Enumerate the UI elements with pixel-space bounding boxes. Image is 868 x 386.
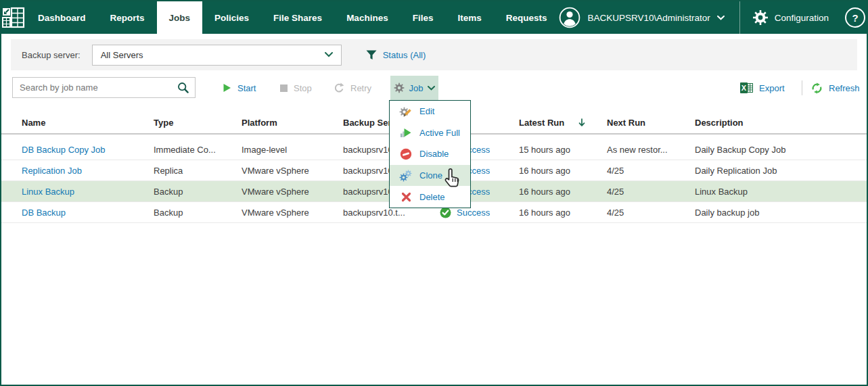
refresh-button[interactable]: Refresh xyxy=(811,76,860,100)
job-description: Daily Backup Copy Job xyxy=(695,145,867,155)
disable-icon xyxy=(399,148,413,160)
play-icon xyxy=(223,83,231,93)
tab-jobs[interactable]: Jobs xyxy=(157,1,203,34)
job-type: Backup xyxy=(154,208,242,218)
menu-item-edit[interactable]: Edit xyxy=(390,101,470,122)
export-label: Export xyxy=(759,83,785,93)
status-filter-link[interactable]: Status (All) xyxy=(366,50,426,60)
column-header-name[interactable]: Name xyxy=(22,118,154,128)
gear-icon xyxy=(752,9,769,26)
funnel-icon xyxy=(366,50,377,60)
backup-server-label: Backup server: xyxy=(22,50,81,60)
job-type: Immediate Co... xyxy=(154,145,242,155)
svg-text:X: X xyxy=(741,84,747,92)
tab-dashboard[interactable]: Dashboard xyxy=(26,1,98,34)
search-input[interactable] xyxy=(20,82,177,93)
success-icon xyxy=(440,207,451,218)
delete-icon xyxy=(399,192,413,202)
configuration-button[interactable]: Configuration xyxy=(752,9,829,26)
job-platform: Image-level xyxy=(242,145,343,155)
job-type: Replica xyxy=(154,166,242,176)
retry-button[interactable]: Retry xyxy=(333,76,371,100)
menu-item-label: Disable xyxy=(419,149,449,159)
stop-label: Stop xyxy=(294,83,312,93)
tab-items[interactable]: Items xyxy=(445,1,493,34)
stop-icon xyxy=(280,85,288,92)
job-next-run: 4/25 xyxy=(607,208,695,218)
edit-icon xyxy=(399,105,413,118)
backup-server-select[interactable]: All Servers xyxy=(92,45,342,66)
menu-item-label: Active Full xyxy=(419,128,460,138)
status-filter-label: Status (All) xyxy=(383,50,426,60)
user-name: BACKUPSRV10\Administrator xyxy=(587,13,710,23)
job-name-link[interactable]: DB Backup Copy Job xyxy=(22,145,154,155)
job-backup-server: backupsrv10.t... xyxy=(343,208,440,218)
toolbar: Start Stop Retry Job X Export xyxy=(1,76,867,100)
refresh-icon xyxy=(811,82,823,94)
menu-item-clone[interactable]: Clone xyxy=(390,165,470,187)
job-name-link[interactable]: DB Backup xyxy=(22,208,154,218)
tab-files[interactable]: Files xyxy=(401,1,446,34)
job-menu-button[interactable]: Job xyxy=(390,76,438,100)
job-next-run: 4/25 xyxy=(607,166,695,176)
column-header-description[interactable]: Description xyxy=(695,118,867,128)
retry-icon xyxy=(333,82,344,93)
job-name-link[interactable]: Linux Backup xyxy=(22,187,154,197)
start-label: Start xyxy=(237,83,256,93)
user-menu[interactable]: BACKUPSRV10\Administrator xyxy=(559,7,724,28)
job-description: Daily Replication Job xyxy=(695,166,867,176)
job-next-run: As new restor... xyxy=(607,145,695,155)
tab-policies[interactable]: Policies xyxy=(202,1,261,34)
active-full-icon xyxy=(399,127,413,138)
menu-item-label: Clone xyxy=(419,170,442,180)
status-link[interactable]: Success xyxy=(457,208,490,218)
tab-reports[interactable]: Reports xyxy=(98,1,157,34)
job-description: Linux Backup xyxy=(695,187,867,197)
tab-file-shares[interactable]: File Shares xyxy=(261,1,334,34)
job-platform: VMware vSphere xyxy=(242,166,343,176)
job-status: Success xyxy=(440,207,519,218)
job-platform: VMware vSphere xyxy=(242,208,343,218)
refresh-label: Refresh xyxy=(829,83,860,93)
sort-desc-icon xyxy=(578,118,586,127)
job-name-link[interactable]: Replication Job xyxy=(22,166,154,176)
tab-machines[interactable]: Machines xyxy=(334,1,401,34)
clone-icon xyxy=(399,170,413,182)
job-next-run: 4/25 xyxy=(607,187,695,197)
chevron-down-icon xyxy=(325,52,333,57)
backup-server-selected-value: All Servers xyxy=(101,50,143,60)
column-header-next-run[interactable]: Next Run xyxy=(607,118,695,128)
menu-item-delete[interactable]: Delete xyxy=(390,186,470,208)
search-icon[interactable] xyxy=(177,82,189,94)
app-logo[interactable] xyxy=(1,1,26,34)
toolbar-separator xyxy=(802,80,802,95)
help-icon: ? xyxy=(852,12,859,24)
start-button[interactable]: Start xyxy=(223,76,256,100)
column-header-platform[interactable]: Platform xyxy=(242,118,343,128)
column-header-type[interactable]: Type xyxy=(154,118,242,128)
excel-icon: X xyxy=(740,82,753,93)
menu-item-disable[interactable]: Disable xyxy=(390,143,470,165)
latest-run-label: Latest Run xyxy=(519,118,564,128)
menu-item-label: Edit xyxy=(419,106,434,116)
avatar-icon xyxy=(559,7,580,28)
menu-item-label: Delete xyxy=(419,192,445,202)
chevron-down-icon xyxy=(717,16,725,20)
nav-separator xyxy=(739,1,740,34)
configuration-label: Configuration xyxy=(775,13,829,23)
menu-item-active-full[interactable]: Active Full xyxy=(390,122,470,144)
export-button[interactable]: X Export xyxy=(740,76,785,100)
job-label: Job xyxy=(409,83,424,93)
retry-label: Retry xyxy=(350,83,371,93)
chevron-down-icon xyxy=(428,86,435,91)
help-button[interactable]: ? xyxy=(845,7,865,28)
filter-bar: Backup server: All Servers Status (All) xyxy=(11,39,857,70)
column-header-latest-run[interactable]: Latest Run xyxy=(519,118,607,128)
stop-button[interactable]: Stop xyxy=(280,76,312,100)
top-nav: Dashboard Reports Jobs Policies File Sha… xyxy=(1,1,867,34)
job-type: Backup xyxy=(154,187,242,197)
job-gear-icon xyxy=(394,82,405,93)
veeam-logo-icon xyxy=(1,7,26,28)
search-box xyxy=(12,77,196,98)
tab-requests[interactable]: Requests xyxy=(494,1,559,34)
